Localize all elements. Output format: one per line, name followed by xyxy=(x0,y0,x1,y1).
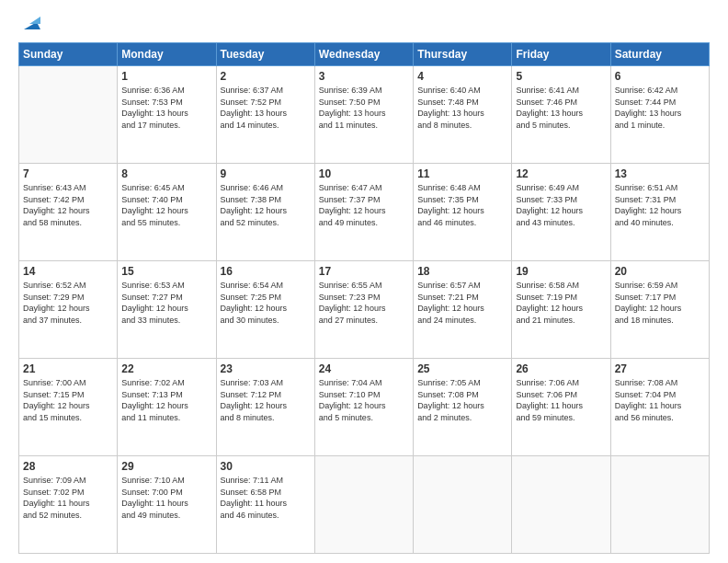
day-info: Sunrise: 6:45 AM Sunset: 7:40 PM Dayligh… xyxy=(121,182,211,228)
week-row-1: 1Sunrise: 6:36 AM Sunset: 7:53 PM Daylig… xyxy=(19,66,710,164)
calendar-cell: 3Sunrise: 6:39 AM Sunset: 7:50 PM Daylig… xyxy=(314,66,413,164)
day-number: 23 xyxy=(221,362,311,375)
week-row-4: 21Sunrise: 7:00 AM Sunset: 7:15 PM Dayli… xyxy=(19,359,710,456)
calendar-cell: 7Sunrise: 6:43 AM Sunset: 7:42 PM Daylig… xyxy=(19,164,118,261)
weekday-header-friday: Friday xyxy=(512,43,610,66)
day-number: 17 xyxy=(319,265,409,278)
calendar-cell: 29Sunrise: 7:10 AM Sunset: 7:00 PM Dayli… xyxy=(118,456,216,554)
day-info: Sunrise: 7:10 AM Sunset: 7:00 PM Dayligh… xyxy=(121,475,211,521)
day-number: 9 xyxy=(221,167,311,180)
day-info: Sunrise: 7:11 AM Sunset: 6:58 PM Dayligh… xyxy=(221,475,311,521)
day-number: 4 xyxy=(417,70,507,83)
calendar-cell: 1Sunrise: 6:36 AM Sunset: 7:53 PM Daylig… xyxy=(118,66,216,164)
day-number: 7 xyxy=(23,167,113,180)
day-number: 13 xyxy=(615,167,705,180)
day-info: Sunrise: 6:37 AM Sunset: 7:52 PM Dayligh… xyxy=(221,85,311,131)
day-info: Sunrise: 7:05 AM Sunset: 7:08 PM Dayligh… xyxy=(417,377,507,423)
day-number: 8 xyxy=(121,167,211,180)
weekday-header-wednesday: Wednesday xyxy=(314,43,413,66)
day-number: 11 xyxy=(417,167,507,180)
calendar-cell: 12Sunrise: 6:49 AM Sunset: 7:33 PM Dayli… xyxy=(512,164,610,261)
day-number: 30 xyxy=(221,460,311,473)
day-number: 19 xyxy=(516,265,606,278)
day-info: Sunrise: 6:41 AM Sunset: 7:46 PM Dayligh… xyxy=(516,85,606,131)
day-number: 21 xyxy=(23,362,113,375)
day-info: Sunrise: 6:55 AM Sunset: 7:23 PM Dayligh… xyxy=(319,280,409,326)
week-row-3: 14Sunrise: 6:52 AM Sunset: 7:29 PM Dayli… xyxy=(19,261,710,359)
calendar-cell: 28Sunrise: 7:09 AM Sunset: 7:02 PM Dayli… xyxy=(19,456,118,554)
calendar-cell: 13Sunrise: 6:51 AM Sunset: 7:31 PM Dayli… xyxy=(610,164,709,261)
day-info: Sunrise: 6:57 AM Sunset: 7:21 PM Dayligh… xyxy=(417,280,507,326)
week-row-2: 7Sunrise: 6:43 AM Sunset: 7:42 PM Daylig… xyxy=(19,164,710,261)
calendar-cell xyxy=(512,456,610,554)
logo-icon xyxy=(20,13,40,33)
day-info: Sunrise: 6:53 AM Sunset: 7:27 PM Dayligh… xyxy=(121,280,211,326)
calendar-cell: 24Sunrise: 7:04 AM Sunset: 7:10 PM Dayli… xyxy=(314,359,413,456)
calendar-cell: 8Sunrise: 6:45 AM Sunset: 7:40 PM Daylig… xyxy=(118,164,216,261)
calendar-cell xyxy=(19,66,118,164)
calendar-cell: 9Sunrise: 6:46 AM Sunset: 7:38 PM Daylig… xyxy=(216,164,314,261)
calendar-cell: 5Sunrise: 6:41 AM Sunset: 7:46 PM Daylig… xyxy=(512,66,610,164)
day-number: 2 xyxy=(221,70,311,83)
calendar-cell xyxy=(414,456,512,554)
day-info: Sunrise: 6:36 AM Sunset: 7:53 PM Dayligh… xyxy=(121,85,211,131)
weekday-header-sunday: Sunday xyxy=(19,43,118,66)
week-row-5: 28Sunrise: 7:09 AM Sunset: 7:02 PM Dayli… xyxy=(19,456,710,554)
day-number: 22 xyxy=(121,362,211,375)
day-info: Sunrise: 6:40 AM Sunset: 7:48 PM Dayligh… xyxy=(417,85,507,131)
day-number: 10 xyxy=(319,167,409,180)
calendar-cell: 2Sunrise: 6:37 AM Sunset: 7:52 PM Daylig… xyxy=(216,66,314,164)
calendar-cell: 21Sunrise: 7:00 AM Sunset: 7:15 PM Dayli… xyxy=(19,359,118,456)
day-info: Sunrise: 6:39 AM Sunset: 7:50 PM Dayligh… xyxy=(319,85,409,131)
day-number: 5 xyxy=(516,70,606,83)
day-info: Sunrise: 6:59 AM Sunset: 7:17 PM Dayligh… xyxy=(615,280,705,326)
calendar-cell: 14Sunrise: 6:52 AM Sunset: 7:29 PM Dayli… xyxy=(19,261,118,359)
weekday-header-thursday: Thursday xyxy=(414,43,512,66)
calendar-cell: 10Sunrise: 6:47 AM Sunset: 7:37 PM Dayli… xyxy=(314,164,413,261)
calendar-cell xyxy=(610,456,709,554)
weekday-header-monday: Monday xyxy=(118,43,216,66)
day-info: Sunrise: 6:42 AM Sunset: 7:44 PM Dayligh… xyxy=(615,85,705,131)
day-info: Sunrise: 6:46 AM Sunset: 7:38 PM Dayligh… xyxy=(221,182,311,228)
day-number: 12 xyxy=(516,167,606,180)
day-info: Sunrise: 6:43 AM Sunset: 7:42 PM Dayligh… xyxy=(23,182,113,228)
day-number: 1 xyxy=(121,70,211,83)
day-info: Sunrise: 7:00 AM Sunset: 7:15 PM Dayligh… xyxy=(23,377,113,423)
day-number: 3 xyxy=(319,70,409,83)
day-number: 20 xyxy=(615,265,705,278)
calendar-cell: 27Sunrise: 7:08 AM Sunset: 7:04 PM Dayli… xyxy=(610,359,709,456)
day-number: 6 xyxy=(615,70,705,83)
calendar-cell: 19Sunrise: 6:58 AM Sunset: 7:19 PM Dayli… xyxy=(512,261,610,359)
day-info: Sunrise: 7:09 AM Sunset: 7:02 PM Dayligh… xyxy=(23,475,113,521)
calendar-cell: 4Sunrise: 6:40 AM Sunset: 7:48 PM Daylig… xyxy=(414,66,512,164)
day-number: 15 xyxy=(121,265,211,278)
day-number: 25 xyxy=(417,362,507,375)
day-info: Sunrise: 6:48 AM Sunset: 7:35 PM Dayligh… xyxy=(417,182,507,228)
calendar-cell: 26Sunrise: 7:06 AM Sunset: 7:06 PM Dayli… xyxy=(512,359,610,456)
day-info: Sunrise: 7:03 AM Sunset: 7:12 PM Dayligh… xyxy=(221,377,311,423)
calendar-table: SundayMondayTuesdayWednesdayThursdayFrid… xyxy=(18,42,710,554)
calendar-cell: 18Sunrise: 6:57 AM Sunset: 7:21 PM Dayli… xyxy=(414,261,512,359)
day-number: 14 xyxy=(23,265,113,278)
day-info: Sunrise: 7:08 AM Sunset: 7:04 PM Dayligh… xyxy=(615,377,705,423)
day-number: 24 xyxy=(319,362,409,375)
day-info: Sunrise: 6:58 AM Sunset: 7:19 PM Dayligh… xyxy=(516,280,606,326)
calendar-cell: 11Sunrise: 6:48 AM Sunset: 7:35 PM Dayli… xyxy=(414,164,512,261)
day-number: 29 xyxy=(121,460,211,473)
header xyxy=(18,17,710,33)
calendar-cell: 23Sunrise: 7:03 AM Sunset: 7:12 PM Dayli… xyxy=(216,359,314,456)
weekday-header-tuesday: Tuesday xyxy=(216,43,314,66)
day-info: Sunrise: 7:04 AM Sunset: 7:10 PM Dayligh… xyxy=(319,377,409,423)
day-info: Sunrise: 6:49 AM Sunset: 7:33 PM Dayligh… xyxy=(516,182,606,228)
day-number: 16 xyxy=(221,265,311,278)
calendar-cell: 16Sunrise: 6:54 AM Sunset: 7:25 PM Dayli… xyxy=(216,261,314,359)
day-info: Sunrise: 7:06 AM Sunset: 7:06 PM Dayligh… xyxy=(516,377,606,423)
day-number: 28 xyxy=(23,460,113,473)
day-number: 26 xyxy=(516,362,606,375)
day-info: Sunrise: 7:02 AM Sunset: 7:13 PM Dayligh… xyxy=(121,377,211,423)
calendar-cell: 22Sunrise: 7:02 AM Sunset: 7:13 PM Dayli… xyxy=(118,359,216,456)
day-info: Sunrise: 6:54 AM Sunset: 7:25 PM Dayligh… xyxy=(221,280,311,326)
day-info: Sunrise: 6:52 AM Sunset: 7:29 PM Dayligh… xyxy=(23,280,113,326)
day-info: Sunrise: 6:47 AM Sunset: 7:37 PM Dayligh… xyxy=(319,182,409,228)
weekday-header-row: SundayMondayTuesdayWednesdayThursdayFrid… xyxy=(19,43,710,66)
